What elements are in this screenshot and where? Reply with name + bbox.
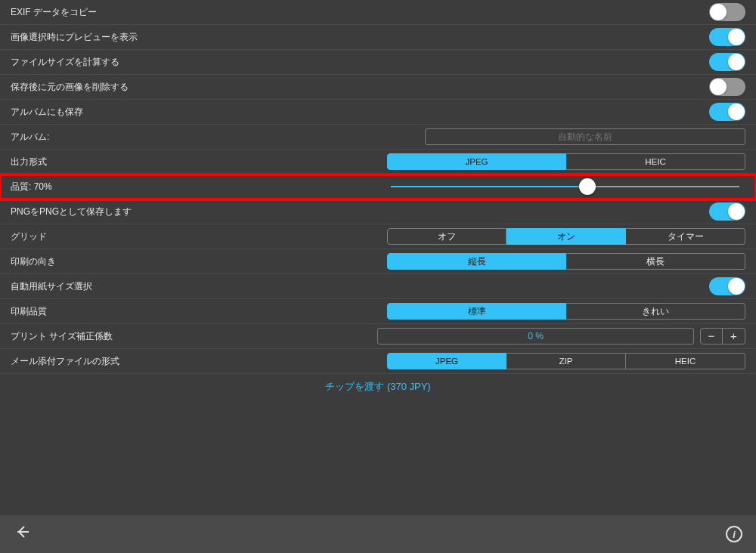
row-mail-format: メール添付ファイルの形式 JPEG ZIP HEIC: [0, 349, 756, 374]
row-print-orientation: 印刷の向き 縦長 横長: [0, 249, 756, 274]
back-button[interactable]: [14, 523, 32, 545]
label-png-as-png: PNGをPNGとして保存します: [11, 205, 132, 218]
info-icon: i: [726, 526, 742, 542]
row-grid: グリッド オフ オン タイマー: [0, 224, 756, 249]
stepper-minus-button[interactable]: −: [700, 328, 723, 344]
row-album-name: アルバム:: [0, 125, 756, 150]
label-delete-original: 保存後に元の画像を削除する: [11, 81, 129, 94]
seg-pq-standard[interactable]: 標準: [387, 303, 566, 320]
row-output-format: 出力形式 JPEG HEIC: [0, 150, 756, 175]
seg-orient-horizontal[interactable]: 横長: [566, 253, 745, 270]
row-print-size-correction: プリント サイズ補正係数 0 % − +: [0, 324, 756, 349]
row-calc-filesize: ファイルサイズを計算する: [0, 50, 756, 75]
row-save-to-album: アルバムにも保存: [0, 100, 756, 125]
label-orientation: 印刷の向き: [11, 255, 56, 268]
seg-pq-fine[interactable]: きれい: [566, 303, 745, 320]
row-auto-paper: 自動用紙サイズ選択: [0, 274, 756, 299]
value-print-size-corr: 0 %: [377, 328, 694, 344]
seg-grid-on[interactable]: オン: [507, 228, 626, 245]
row-preview-on-select: 画像選択時にプレビューを表示: [0, 25, 756, 50]
toggle-copy-exif[interactable]: [709, 3, 745, 21]
label-calc-filesize: ファイルサイズを計算する: [11, 56, 119, 69]
toggle-preview[interactable]: [709, 28, 745, 46]
label-preview: 画像選択時にプレビューを表示: [11, 31, 138, 44]
tip-link[interactable]: チップを渡す (370 JPY): [0, 374, 756, 399]
seg-mail-jpeg[interactable]: JPEG: [387, 353, 507, 369]
seg-orient-vertical[interactable]: 縦長: [387, 253, 566, 270]
seg-grid-off[interactable]: オフ: [387, 228, 507, 245]
arrow-left-icon: [14, 523, 32, 541]
input-album-name[interactable]: [425, 128, 745, 145]
row-copy-exif: EXIF データをコピー: [0, 0, 756, 25]
slider-quality[interactable]: [391, 186, 739, 187]
label-print-quality: 印刷品質: [11, 305, 47, 318]
stepper-plus-button[interactable]: +: [723, 328, 745, 344]
stepper-print-size: − +: [700, 328, 745, 344]
toggle-delete-original[interactable]: [709, 78, 745, 96]
seg-format-jpeg[interactable]: JPEG: [387, 153, 566, 170]
seg-grid-timer[interactable]: タイマー: [626, 228, 745, 245]
label-auto-paper: 自動用紙サイズ選択: [11, 280, 92, 293]
label-save-to-album: アルバムにも保存: [11, 106, 83, 119]
seg-format-heic[interactable]: HEIC: [566, 153, 745, 170]
seg-mail-heic[interactable]: HEIC: [626, 353, 745, 369]
label-copy-exif: EXIF データをコピー: [11, 6, 97, 19]
row-print-quality: 印刷品質 標準 きれい: [0, 299, 756, 324]
label-grid: グリッド: [11, 230, 47, 243]
info-button[interactable]: i: [726, 526, 742, 542]
row-quality: 品質: 70%: [0, 175, 756, 199]
seg-mail-zip[interactable]: ZIP: [507, 353, 626, 369]
label-mail-format: メール添付ファイルの形式: [11, 355, 119, 368]
toggle-save-to-album[interactable]: [709, 103, 745, 121]
label-print-size-corr: プリント サイズ補正係数: [11, 330, 113, 343]
label-quality: 品質: 70%: [11, 181, 52, 193]
label-album: アルバム:: [11, 131, 49, 144]
tip-link-text: チップを渡す (370 JPY): [325, 380, 430, 394]
label-output-format: 出力形式: [11, 156, 47, 168]
toggle-calc-filesize[interactable]: [709, 53, 745, 71]
row-delete-original: 保存後に元の画像を削除する: [0, 75, 756, 100]
slider-thumb-icon[interactable]: [579, 178, 596, 195]
toggle-png-as-png[interactable]: [709, 202, 745, 221]
row-save-png-as-png: PNGをPNGとして保存します: [0, 199, 756, 224]
bottom-bar: i: [0, 515, 756, 553]
toggle-auto-paper[interactable]: [709, 277, 745, 295]
empty-space: [0, 399, 756, 520]
